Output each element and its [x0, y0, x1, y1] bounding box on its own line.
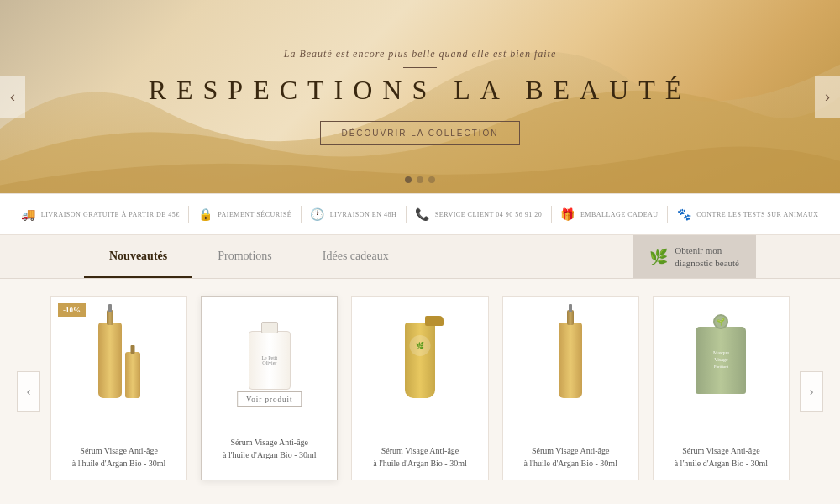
products-next-button[interactable]: ›	[800, 371, 823, 412]
product-title-1: Sérum Visage Anti-âgeà l'huile d'Argan B…	[72, 444, 165, 470]
phone-icon: 📞	[415, 207, 430, 222]
feature-tests-label: CONTRE LES TESTS SUR ANIMAUX	[696, 211, 818, 218]
product-image-2: Voir produit	[236, 310, 303, 411]
product-title-4: Sérum Visage Anti-âgeà l'huile d'Argan B…	[523, 444, 617, 470]
tabs-section: Nouveautés Promotions Idées cadeaux 🌿 Ob…	[0, 235, 840, 279]
product-card-2[interactable]: Voir produit Sérum Visage Anti-âgeà l'hu…	[201, 296, 338, 480]
hero-title: RESPECTIONS LA BEAUTÉ	[149, 75, 692, 106]
tab-nouveautes[interactable]: Nouveautés	[84, 235, 192, 278]
tab-diagnostic[interactable]: 🌿 Obtenir mon diagnostic beauté	[633, 235, 756, 278]
feature-livraison-48h: 🕐 LIVRAISON EN 48H	[310, 207, 396, 222]
hero-content: La Beauté est encore plus belle quand el…	[149, 48, 692, 145]
hero-next-button[interactable]: ›	[815, 76, 840, 118]
feature-sep-5	[667, 206, 668, 223]
feature-service-label: SERVICE CLIENT 04 90 56 91 20	[435, 211, 543, 218]
products-grid: -10% Sérum Visage Anti-âgeà l'huile d'Ar…	[50, 296, 790, 480]
product-bottle-2	[249, 331, 291, 390]
products-prev-button[interactable]: ‹	[17, 371, 40, 412]
hero-banner: ‹ La Beauté est encore plus belle quand …	[0, 0, 840, 193]
feature-sep-1	[188, 206, 189, 223]
product-image-3: 🌿	[386, 310, 454, 411]
product-bottle-4	[559, 323, 582, 398]
product-badge-1: -10%	[58, 303, 86, 317]
tab-nouveautes-label: Nouveautés	[109, 249, 167, 263]
products-next-icon: ›	[810, 385, 814, 398]
feature-livraison-gratuite-label: LIVRAISON GRATUITE À PARTIR DE 45€	[41, 211, 180, 218]
hero-prev-button[interactable]: ‹	[0, 76, 25, 118]
product-image-1	[86, 310, 153, 411]
feature-paiement-securise: 🔒 PAIEMENT SÉCURISÉ	[198, 207, 291, 222]
paw-icon: 🐾	[677, 207, 692, 222]
lock-icon: 🔒	[198, 207, 213, 222]
gift-icon: 🎁	[560, 207, 575, 222]
tab-idees-cadeaux[interactable]: Idées cadeaux	[297, 235, 414, 278]
product-title-3: Sérum Visage Anti-âgeà l'huile d'Argan B…	[373, 444, 466, 470]
clock-icon: 🕐	[310, 207, 325, 222]
product-bottle-1a	[98, 323, 122, 398]
feature-sep-2	[301, 206, 302, 223]
product-image-4	[537, 310, 604, 411]
hero-dots	[405, 176, 435, 183]
hero-dot-2[interactable]	[417, 176, 423, 183]
diagnostic-line2: diagnostic beauté	[675, 258, 739, 268]
product-card-1[interactable]: -10% Sérum Visage Anti-âgeà l'huile d'Ar…	[50, 296, 187, 480]
feature-emballage-cadeau: 🎁 EMBALLAGE CADEAU	[560, 207, 658, 222]
feature-livraison-gratuite: 🚚 LIVRAISON GRATUITE À PARTIR DE 45€	[21, 207, 179, 222]
product-card-5[interactable]: 🌱 MasqueVisagePurifiant Sérum Visage Ant…	[653, 296, 790, 480]
product-card-4[interactable]: Sérum Visage Anti-âgeà l'huile d'Argan B…	[502, 296, 639, 480]
hero-dot-3[interactable]	[428, 176, 435, 183]
products-prev-icon: ‹	[27, 385, 31, 398]
product-title-2: Sérum Visage Anti-âgeà l'huile d'Argan B…	[223, 436, 316, 461]
tab-promotions[interactable]: Promotions	[192, 235, 297, 278]
feature-48h-label: LIVRAISON EN 48H	[330, 211, 397, 218]
feature-paiement-label: PAIEMENT SÉCURISÉ	[218, 211, 291, 218]
diagnostic-line1: Obtenir mon	[675, 245, 722, 255]
tab-diagnostic-label: Obtenir mon diagnostic beauté	[675, 244, 739, 269]
feature-contre-tests: 🐾 CONTRE LES TESTS SUR ANIMAUX	[677, 207, 819, 222]
hero-subtitle: La Beauté est encore plus belle quand el…	[149, 48, 692, 60]
truck-icon: 🚚	[21, 207, 36, 222]
voir-produit-btn[interactable]: Voir produit	[237, 391, 302, 407]
products-section: ‹ -10% Sérum Visage Anti-âgeà l'huile d'…	[0, 279, 840, 504]
tab-idees-cadeaux-label: Idées cadeaux	[323, 249, 389, 263]
hero-dot-1[interactable]	[405, 176, 412, 183]
feature-sep-4	[551, 206, 552, 223]
hero-next-icon: ›	[825, 88, 830, 106]
feature-service-client: 📞 SERVICE CLIENT 04 90 56 91 20	[415, 207, 542, 222]
product-card-3[interactable]: 🌿 Sérum Visage Anti-âgeà l'huile d'Argan…	[351, 296, 488, 480]
hero-prev-icon: ‹	[10, 88, 15, 106]
product-title-5: Sérum Visage Anti-âgeà l'huile d'Argan B…	[675, 444, 768, 470]
hero-cta-button[interactable]: DÉCOUVRIR LA COLLECTION	[320, 121, 519, 145]
product-image-5: 🌱 MasqueVisagePurifiant	[687, 310, 754, 411]
diagnostic-icon: 🌿	[649, 248, 668, 266]
feature-sep-3	[406, 206, 407, 223]
feature-gift-label: EMBALLAGE CADEAU	[580, 211, 659, 218]
features-bar: 🚚 LIVRAISON GRATUITE À PARTIR DE 45€ 🔒 P…	[0, 193, 840, 235]
tab-promotions-label: Promotions	[218, 249, 272, 263]
